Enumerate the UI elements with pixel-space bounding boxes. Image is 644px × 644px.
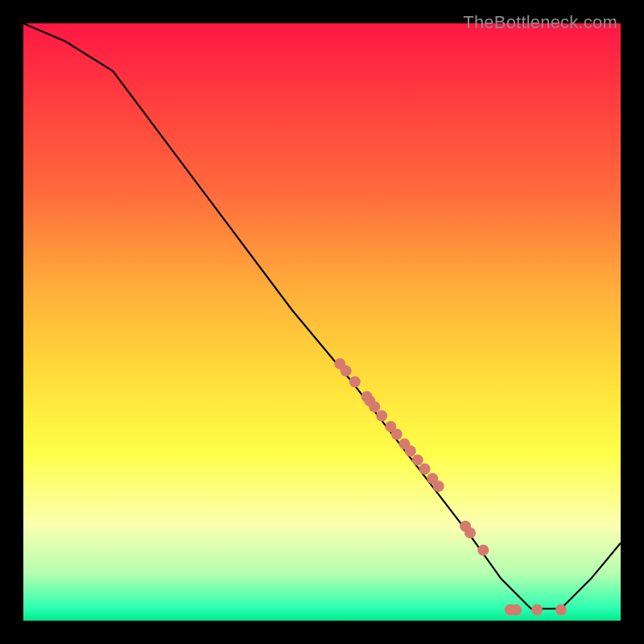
watermark-text: TheBottleneck.com <box>463 12 617 33</box>
data-point <box>341 365 352 377</box>
chart-frame: TheBottleneck.com <box>12 12 632 632</box>
chart-plot-area <box>23 23 621 621</box>
data-point <box>376 411 387 422</box>
data-point <box>555 605 567 616</box>
data-point <box>510 605 522 616</box>
chart-svg <box>23 23 621 621</box>
data-point <box>419 464 431 475</box>
data-point <box>349 376 361 387</box>
data-points <box>334 358 567 616</box>
data-point <box>531 605 543 616</box>
data-point <box>477 544 489 555</box>
data-point <box>405 445 416 456</box>
data-point <box>464 527 476 539</box>
data-point <box>391 429 402 440</box>
data-point <box>369 401 380 412</box>
data-point <box>433 481 444 492</box>
data-point <box>412 454 423 465</box>
curve-line <box>23 23 621 609</box>
